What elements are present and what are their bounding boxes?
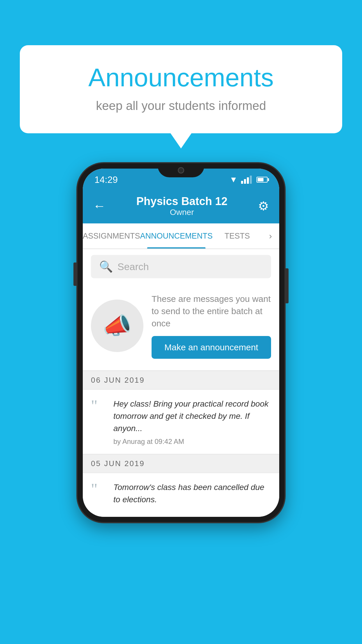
settings-button[interactable]: ⚙ bbox=[258, 199, 269, 213]
promo-description: These are messages you want to send to t… bbox=[152, 293, 271, 330]
header-role: Owner bbox=[136, 208, 228, 217]
speech-bubble-title: Announcements bbox=[43, 63, 319, 92]
back-button[interactable]: ← bbox=[93, 199, 106, 213]
announcement-item-2[interactable]: " Tomorrow's class has been cancelled du… bbox=[83, 473, 279, 517]
search-bar[interactable]: 🔍 Search bbox=[91, 255, 271, 278]
date-separator-1: 06 JUN 2019 bbox=[83, 371, 279, 390]
announcement-text-2: Tomorrow's class has been cancelled due … bbox=[113, 481, 271, 506]
speech-bubble-subtitle: keep all your students informed bbox=[43, 99, 319, 113]
battery-icon bbox=[256, 177, 268, 183]
megaphone-icon: 📣 bbox=[103, 312, 132, 340]
quote-icon-2: " bbox=[91, 484, 107, 495]
announcement-meta-1: by Anurag at 09:42 AM bbox=[113, 438, 271, 446]
speech-bubble: Announcements keep all your students inf… bbox=[20, 45, 342, 133]
search-icon: 🔍 bbox=[99, 260, 113, 273]
signal-bars bbox=[241, 176, 252, 184]
speech-bubble-section: Announcements keep all your students inf… bbox=[20, 45, 342, 133]
search-container: 🔍 Search bbox=[83, 249, 279, 284]
promo-block: 📣 These are messages you want to send to… bbox=[83, 284, 279, 371]
phone-mockup: 14:29 ▼ ← Phys bbox=[78, 163, 284, 522]
tab-announcements[interactable]: ANNOUNCEMENTS bbox=[140, 223, 213, 249]
wifi-icon: ▼ bbox=[229, 175, 238, 184]
tab-tests[interactable]: TESTS bbox=[213, 223, 262, 249]
tab-more[interactable]: › bbox=[262, 231, 279, 241]
header-batch-name: Physics Batch 12 bbox=[136, 195, 228, 208]
announcement-content-2: Tomorrow's class has been cancelled due … bbox=[113, 481, 271, 509]
signal-bar-2 bbox=[244, 179, 246, 184]
announcement-text-1: Hey class! Bring your practical record b… bbox=[113, 398, 271, 435]
signal-bar-3 bbox=[247, 177, 249, 184]
phone-outer: 14:29 ▼ ← Phys bbox=[78, 163, 284, 522]
status-time: 14:29 bbox=[94, 174, 118, 185]
make-announcement-button[interactable]: Make an announcement bbox=[152, 336, 271, 359]
header-title-block: Physics Batch 12 Owner bbox=[136, 195, 228, 217]
signal-bar-1 bbox=[241, 181, 243, 184]
signal-bar-4 bbox=[250, 176, 252, 184]
announcement-item-1[interactable]: " Hey class! Bring your practical record… bbox=[83, 390, 279, 454]
promo-right: These are messages you want to send to t… bbox=[152, 293, 271, 359]
phone-notch bbox=[158, 163, 204, 177]
front-camera bbox=[178, 167, 184, 174]
tab-assignments[interactable]: ASSIGNMENTS bbox=[83, 223, 140, 249]
status-icons: ▼ bbox=[229, 175, 268, 184]
battery-fill bbox=[258, 178, 263, 181]
promo-icon-circle: 📣 bbox=[91, 300, 143, 352]
phone-screen: 14:29 ▼ ← Phys bbox=[83, 169, 279, 517]
tabs-bar: ASSIGNMENTS ANNOUNCEMENTS TESTS › bbox=[83, 223, 279, 249]
date-separator-2: 05 JUN 2019 bbox=[83, 454, 279, 473]
announcement-content-1: Hey class! Bring your practical record b… bbox=[113, 398, 271, 446]
quote-icon-1: " bbox=[91, 400, 107, 412]
search-placeholder: Search bbox=[117, 261, 149, 272]
app-header: ← Physics Batch 12 Owner ⚙ bbox=[83, 188, 279, 223]
